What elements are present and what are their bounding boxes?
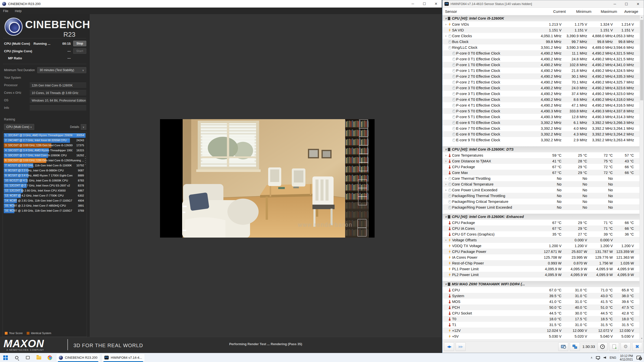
sensor-row[interactable]: P-core 2 T0 Effective Clock4,490.2 MHz30…	[442, 73, 639, 79]
network-monitor-button[interactable]	[570, 342, 580, 351]
speaker-icon[interactable]	[603, 356, 606, 359]
sensor-row[interactable]: ›Core Power Limit ExceededNoNoNo	[442, 187, 639, 193]
ranking-row[interactable]: 10. 6C/12T @ 4.11 GHz, Intel Core i5-106…	[4, 178, 86, 183]
taskbar-app-cinebench[interactable]: CINEBENCH R23.200	[56, 354, 100, 362]
ranking-row[interactable]: 15. 4C/8T @ 2.3 GHz, Intel Core i7-4850H…	[4, 203, 86, 208]
close-button[interactable]: ✕	[430, 0, 442, 8]
sensor-row[interactable]: Package/Ring Thermal ThrottlingNoNoNo	[442, 193, 639, 199]
sensor-row[interactable]: CPU Socket44.5 °C30.0 °C44.5 °C42.8 °C	[442, 310, 639, 316]
sensor-group-header[interactable]: ∨CPU [#0]: Intel Core i5-12600K: Enhance…	[442, 214, 639, 220]
ranking-row[interactable]: 5. 10C/20T @ 3.7 GHz, Intel Core i9-1090…	[4, 153, 86, 158]
sensor-row[interactable]: Package/Ring Critical TemperatureNoNoNo	[442, 199, 639, 204]
ranking-row[interactable]: 12. 12C/24T @ 2.66 GHz, Intel Xeon CPU X…	[4, 188, 86, 193]
expand-arrow-icon[interactable]: ›	[444, 176, 448, 180]
stop-button[interactable]: Stop	[73, 41, 86, 46]
ranking-row[interactable]: 14. 4C/8T @ 2.81 GHz, 11th Gen Intel Cor…	[4, 198, 86, 203]
task-view-button[interactable]	[22, 353, 33, 362]
hwinfo-scrollbar[interactable]: ▲ ▼	[639, 15, 644, 341]
sensor-row[interactable]: PCH50.0 °C40.0 °C51.0 °C47.5 °C	[442, 304, 639, 310]
sensor-group-header[interactable]: ∨CPU [#0]: Intel Core i5-12600K	[442, 15, 639, 21]
sensor-group-header[interactable]: ∨CPU [#0]: Intel Core i5-12600K: DTS	[442, 146, 639, 152]
exit-button[interactable]: ✖	[632, 342, 642, 351]
sensor-row[interactable]: P-core 0 T1 Effective Clock4,490.2 MHz24…	[442, 56, 639, 62]
ranking-row[interactable]: 16. 4C/8T @ 1.69 GHz, 11th Gen Intel Cor…	[4, 208, 86, 213]
notification-button[interactable]: 2	[636, 356, 641, 359]
sensor-row[interactable]: E-core 7 T0 Effective Clock3,392.2 MHz4.…	[442, 125, 639, 131]
sensor-row[interactable]: CPU IA Cores67 °C29 °C71 °C66 °C	[442, 225, 639, 231]
minimize-button[interactable]: ─	[609, 0, 621, 8]
column-maximum[interactable]: Maximum	[592, 9, 618, 14]
ranking-row[interactable]: 3. 10C/16T @ 3.69 GHz, 12th Gen Intel Co…	[4, 143, 86, 148]
sensor-row[interactable]: System39.5 °C31.0 °C43.0 °C38.0 °C	[442, 293, 639, 299]
sensor-row[interactable]: MOS41.0 °C31.0 °C41.5 °C39.6 °C	[442, 299, 639, 304]
sensor-row[interactable]: ›Core Thermal ThrottlingNoNoNo	[442, 175, 639, 181]
sensor-row[interactable]: E-core 9 T0 Effective Clock3,392.2 MHz2.…	[442, 137, 639, 143]
ranking-row[interactable]: 4. 16C/32T @ 3.4 GHz, AMD Ryzen Threadri…	[4, 148, 86, 153]
duration-select[interactable]: 30 minutes (Test Stability) ∨	[37, 67, 86, 73]
ranking-scroll-handle[interactable]	[85, 156, 86, 165]
sensor-row[interactable]: CPU67.0 °C31.0 °C71.0 °C65.8 °C	[442, 287, 639, 293]
sensor-row[interactable]: ›Core Critical TemperatureNoNoNo	[442, 181, 639, 187]
sensor-row[interactable]: PL2 Power Limit4,095.9 W4,095.9 W4,095.9…	[442, 272, 639, 278]
minimize-button[interactable]: ─	[407, 0, 419, 8]
taskbar-app-hwinfo[interactable]: HWiNFO64 v7.14-4...	[102, 354, 145, 362]
hwinfo-titlebar[interactable]: HWiNFO64 v7.14-4610 Sensor Status [140 v…	[442, 0, 644, 8]
ranking-row[interactable]: 11. 12C/24T @ 2.7 GHz, Intel Xeon CPU E5…	[4, 183, 86, 188]
ranking-row[interactable]: 6. 10C/16T @ 3.69 GHz, 12th Gen Intel Co…	[4, 158, 86, 163]
hidden-icons-chevron[interactable]: ∧	[590, 356, 592, 359]
sensor-row[interactable]: P-core 0 T0 Effective Clock4,490.2 MHz11…	[442, 50, 639, 56]
menu-file[interactable]: File	[3, 9, 8, 13]
column-current[interactable]: Current	[541, 9, 566, 14]
sensor-row[interactable]: Core Max67 °C29 °C72 °C66 °C	[442, 170, 639, 175]
sensor-row[interactable]: ›Core Clocks4,050.1 MHz3,390.9 MHz4,888.…	[442, 33, 639, 39]
collapse-caret-icon[interactable]: ∨	[444, 283, 448, 286]
sensor-row[interactable]: P-core 4 T1 Effective Clock4,490.2 MHz47…	[442, 102, 639, 108]
scrollbar-thumb[interactable]	[640, 20, 643, 100]
nav-forward-button[interactable]: ▶▶	[456, 342, 466, 351]
sensor-row[interactable]: ›Core VIDs1.213 V1.175 V1.324 V1.214 V	[442, 21, 639, 27]
network-tray-icon[interactable]	[596, 356, 600, 359]
collapse-caret-icon[interactable]: ∨	[444, 148, 448, 151]
sensor-row[interactable]: +12V12.024 V12.000 V12.072 V12.030 V	[442, 328, 639, 333]
sensor-column-header[interactable]: Sensor Current Minimum Maximum Average	[442, 8, 644, 15]
sensor-row[interactable]: Rest-of-Chip Power0.993 W0.870 W1.756 W1…	[442, 260, 639, 266]
sensor-row[interactable]: ›Core Distance to TjMAX41 °C28 °C75 °C43…	[442, 158, 639, 164]
sensor-row[interactable]: ›Core Temperatures59 °C25 °C72 °C57 °C	[442, 152, 639, 158]
scroll-down-arrow[interactable]: ▼	[640, 337, 644, 341]
sensor-row[interactable]: Ring/LLC Clock3,591.2 MHz3,590.3 MHz4,48…	[442, 44, 639, 50]
ranking-row[interactable]: 2. 24C/48T @ 2.7 GHz, Intel Xeon W-3265M…	[4, 138, 86, 143]
menu-help[interactable]: Help	[15, 9, 22, 13]
sensor-row[interactable]: E-core 6 T0 Effective Clock3,392.2 MHz6.…	[442, 120, 639, 125]
expand-arrow-icon[interactable]: ›	[444, 159, 448, 163]
settings-button[interactable]: ⚙	[621, 342, 631, 351]
expand-arrow-icon[interactable]: ›	[444, 34, 448, 38]
expand-arrow-icon[interactable]: ›	[444, 188, 448, 192]
ranking-row[interactable]: 9. 8C/16T @ 3.4 GHz, AMD Ryzen 7 1700X E…	[4, 173, 86, 178]
file-explorer-button[interactable]	[33, 353, 44, 362]
sensor-row[interactable]: P-core 5 T1 Effective Clock4,490.3 MHz12…	[442, 114, 639, 120]
clock-tray[interactable]: 10:12 PM 4/11/2021	[620, 354, 633, 361]
sensor-row[interactable]: P-core 1 T0 Effective Clock4,490.2 MHz10…	[442, 62, 639, 68]
sensor-row[interactable]: PL1 Power Limit4,095.9 W4,095.9 W4,095.9…	[442, 266, 639, 272]
sensor-row[interactable]: Bus Clock99.8 MHz99.7 MHz99.8 MHz99.8 MH…	[442, 39, 639, 44]
sensor-row[interactable]: T131.5 °C31.0 °C31.5 °C31.5 °C	[442, 322, 639, 328]
maximize-button[interactable]: ☐	[419, 0, 430, 8]
cinebench-titlebar[interactable]: CINEBENCH R23.200 ─ ☐ ✕	[0, 0, 442, 8]
search-button[interactable]	[11, 353, 22, 362]
start-button[interactable]: Start	[73, 48, 86, 54]
sensor-row[interactable]: +5V5.030 V5.020 V5.040 V5.030 V	[442, 333, 639, 339]
ranking-row[interactable]: 13. 4C/8T @ 4.2 GHz, Intel Core i7-7700K…	[4, 193, 86, 198]
sensor-row[interactable]: ›Voltage Offsets0.000 V0.000 V	[442, 237, 639, 243]
sensor-row[interactable]: P-core 3 T1 Effective Clock4,490.2 MHz37…	[442, 91, 639, 97]
system-summary-button[interactable]	[558, 342, 568, 351]
details-label[interactable]: Details	[70, 125, 79, 129]
sensor-row[interactable]: CPU Package67 °C29 °C72 °C66 °C	[442, 164, 639, 170]
scroll-up-arrow[interactable]: ▲	[640, 15, 644, 19]
start-button[interactable]	[0, 353, 11, 362]
chrome-button[interactable]	[44, 353, 55, 362]
sensor-row[interactable]: Package/Ring Power Limit ExceededNoNoNo	[442, 204, 639, 210]
ranking-row[interactable]: 7. 6C/12T @ 3.92 GHz, 11th Gen Intel Cor…	[4, 163, 86, 168]
expand-arrow-icon[interactable]: ›	[444, 22, 448, 26]
column-average[interactable]: Average	[618, 9, 644, 14]
close-button[interactable]: ✕	[632, 0, 644, 8]
